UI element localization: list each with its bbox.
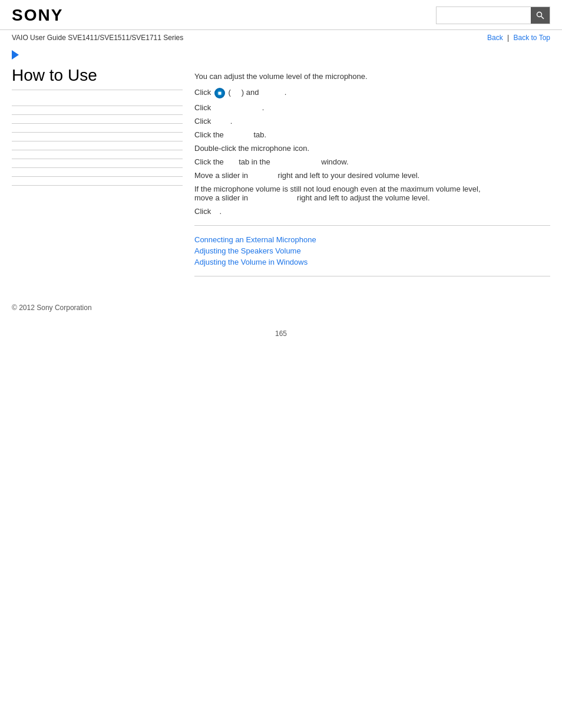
step-1-text: ( ) and . [226, 88, 287, 97]
step-3: Click . [194, 117, 550, 126]
search-button[interactable] [531, 7, 550, 24]
step-9-label: Click . [194, 207, 222, 216]
step-1-label: Click [194, 88, 213, 97]
sidebar-item[interactable] [12, 150, 183, 159]
nav-bar: VAIO User Guide SVE1411/SVE1511/SVE1711 … [0, 30, 562, 45]
step-1: Click ■ ( ) and . [194, 88, 550, 98]
sidebar-item[interactable] [12, 133, 183, 141]
header: SONY [0, 0, 562, 30]
sidebar-item[interactable] [12, 177, 183, 186]
footer: © 2012 Sony Corporation [0, 286, 562, 318]
step-4: Click the tab. [194, 130, 550, 139]
sidebar-title: How to Use [12, 66, 183, 90]
step-3-label: Click . [194, 117, 232, 126]
step-8: If the microphone volume is still not lo… [194, 185, 550, 202]
step-2: Click . [194, 103, 550, 112]
chevron-right-icon [12, 50, 19, 60]
back-link[interactable]: Back [487, 34, 503, 42]
sidebar-item[interactable] [12, 124, 183, 133]
divider-2 [194, 276, 550, 276]
page-number: 165 [0, 318, 562, 350]
sidebar-item[interactable] [12, 168, 183, 177]
sidebar-item[interactable] [12, 141, 183, 150]
related-link-1[interactable]: Connecting an External Microphone [194, 235, 550, 244]
nav-separator: | [507, 34, 509, 42]
divider-1 [194, 225, 550, 226]
sidebar-item[interactable] [12, 115, 183, 124]
related-links: Connecting an External Microphone Adjust… [194, 235, 550, 266]
search-icon [536, 11, 544, 19]
search-box [436, 6, 550, 24]
search-input[interactable] [437, 7, 531, 24]
related-link-2[interactable]: Adjusting the Speakers Volume [194, 246, 550, 255]
step-9: Click . [194, 207, 550, 216]
main-layout: How to Use You can adjust the volume lev… [0, 66, 562, 286]
step-4-label: Click the tab. [194, 130, 266, 139]
back-to-top-link[interactable]: Back to Top [514, 34, 550, 42]
step-5: Double-click the microphone icon. [194, 144, 550, 153]
step-8-text2: move a slider in right and left to adjus… [194, 193, 430, 202]
svg-line-1 [541, 17, 544, 19]
sidebar-item[interactable] [12, 159, 183, 168]
sidebar: How to Use [12, 66, 183, 286]
step-6: Click the tab in the window. [194, 157, 550, 166]
step-8-text: If the microphone volume is still not lo… [194, 185, 481, 193]
related-link-3[interactable]: Adjusting the Volume in Windows [194, 258, 550, 266]
windows-icon: ■ [214, 88, 225, 98]
step-7: Move a slider in right and left to your … [194, 171, 550, 180]
sony-logo: SONY [12, 6, 63, 25]
copyright: © 2012 Sony Corporation [12, 304, 92, 312]
step-6-text: Click the tab in the window. [194, 157, 349, 166]
step-2-label: Click . [194, 103, 264, 112]
nav-links: Back | Back to Top [487, 34, 550, 42]
step-5-label: Double-click the microphone icon. [194, 144, 309, 153]
chevron-row [0, 45, 562, 66]
step-7-text: Move a slider in right and left to your … [194, 171, 419, 180]
sidebar-item[interactable] [12, 106, 183, 115]
content-area: You can adjust the volume level of the m… [194, 66, 550, 286]
svg-point-0 [537, 12, 542, 17]
guide-title: VAIO User Guide SVE1411/SVE1511/SVE1711 … [12, 34, 183, 42]
sidebar-item[interactable] [12, 97, 183, 106]
content-intro: You can adjust the volume level of the m… [194, 72, 550, 81]
